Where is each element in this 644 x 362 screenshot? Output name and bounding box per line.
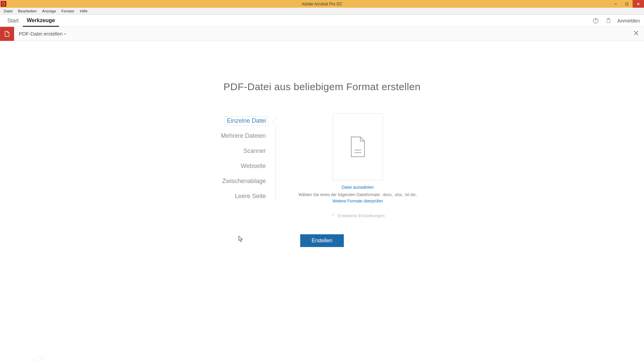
menu-hilfe[interactable]: Hilfe <box>77 8 90 14</box>
help-icon[interactable] <box>592 17 600 25</box>
document-icon <box>350 136 366 158</box>
tool-close-button[interactable] <box>634 31 639 37</box>
close-button[interactable] <box>633 0 644 8</box>
create-button[interactable]: Erstellen <box>300 234 344 247</box>
signin-link[interactable]: Anmelden <box>617 18 640 23</box>
menu-anzeige[interactable]: Anzeige <box>39 8 59 14</box>
menu-bearbeiten[interactable]: Bearbeiten <box>15 8 40 14</box>
file-target-area: Datei auswählen Wählen Sie eines der fol… <box>276 113 423 218</box>
tool-dropdown[interactable]: PDF-Datei erstellen ▾ <box>19 31 66 37</box>
gear-icon <box>331 213 335 218</box>
tool-badge-icon <box>0 27 14 41</box>
maximize-button[interactable] <box>621 0 633 8</box>
minimize-button[interactable] <box>610 0 621 8</box>
advanced-settings: Erweiterte Einstellungen <box>331 213 384 218</box>
source-options: Einzelne Datei Mehrere Dateien Scanner W… <box>221 115 275 202</box>
tab-start[interactable]: Start <box>3 15 23 26</box>
svg-point-12 <box>332 215 333 216</box>
chevron-down-icon: ▾ <box>64 32 66 36</box>
option-zwischenablage[interactable]: Zwischenablage <box>222 178 266 185</box>
option-scanner[interactable]: Scanner <box>243 147 266 155</box>
app-icon <box>1 1 6 7</box>
more-formats-link[interactable]: Weitere Formate überprüfen <box>332 199 383 203</box>
window-controls <box>610 0 644 8</box>
menu-datei[interactable]: Datei <box>1 8 15 14</box>
format-hint: Wählen Sie eines der folgenden Dateiform… <box>299 192 417 197</box>
cursor-icon <box>238 236 243 242</box>
main-panel: PDF-Datei aus beliebigem Format erstelle… <box>0 81 644 362</box>
window-title: Adobe Acrobat Pro DC <box>302 2 342 6</box>
menubar: Datei Bearbeiten Anzeige Fenster Hilfe <box>0 8 644 15</box>
option-webseite[interactable]: Webseite <box>241 163 266 170</box>
file-dropzone[interactable] <box>333 113 383 180</box>
watermark-icon <box>27 354 60 362</box>
tabstrip: Start Werkzeuge Anmelden <box>0 15 644 27</box>
tab-werkzeuge[interactable]: Werkzeuge <box>23 15 59 27</box>
notifications-icon[interactable] <box>604 17 612 25</box>
tool-subbar: PDF-Datei erstellen ▾ <box>0 27 644 41</box>
svg-rect-1 <box>626 3 628 5</box>
option-einzelne-datei[interactable]: Einzelne Datei <box>224 116 268 125</box>
advanced-settings-label: Erweiterte Einstellungen <box>337 213 384 218</box>
option-leere-seite[interactable]: Leere Seite <box>235 193 266 200</box>
page-heading: PDF-Datei aus beliebigem Format erstelle… <box>0 81 644 93</box>
select-file-link[interactable]: Datei auswählen <box>341 185 374 190</box>
tool-dropdown-label: PDF-Datei erstellen <box>19 31 63 37</box>
option-mehrere-dateien[interactable]: Mehrere Dateien <box>221 132 266 139</box>
svg-point-5 <box>596 22 596 22</box>
menu-fenster[interactable]: Fenster <box>59 8 77 14</box>
window-titlebar: Adobe Acrobat Pro DC <box>0 0 644 8</box>
